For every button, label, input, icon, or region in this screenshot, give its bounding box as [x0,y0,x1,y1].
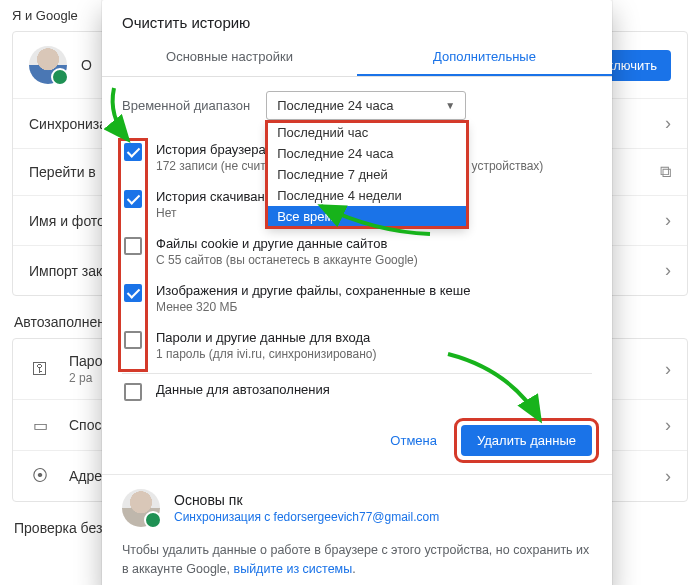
option-last-hour[interactable]: Последний час [267,122,467,143]
item-cache: Изображения и другие файлы, сохраненные … [122,275,592,322]
cancel-button[interactable]: Отмена [374,425,453,456]
footer-sync-status: Синхронизация с fedorsergeevich77@gmail.… [174,510,439,524]
dialog-actions: Отмена Удалить данные [102,409,612,474]
dialog-title: Очистить историю [102,0,612,37]
item-sub: Менее 320 МБ [156,300,470,314]
dialog-scrim: Очистить историю Основные настройки Допо… [0,0,700,585]
item-passwords: Пароли и другие данные для входа 1 парол… [122,322,592,369]
checkbox-download-history[interactable] [124,190,142,208]
item-autofill: Данные для автозаполнения [122,374,592,403]
footer-note-text-2: . [352,562,355,576]
checkbox-browsing-history[interactable] [124,143,142,161]
time-range-select[interactable]: Последние 24 часа ▼ Последний час Послед… [266,91,466,120]
tab-basic[interactable]: Основные настройки [102,37,357,76]
item-sub: 1 пароль (для ivi.ru, синхронизировано) [156,347,376,361]
item-cookies: Файлы cookie и другие данные сайтов С 55… [122,228,592,275]
item-title: Пароли и другие данные для входа [156,330,376,345]
time-range-label: Временной диапазон [122,98,250,113]
footer-avatar [122,489,160,527]
sign-out-link[interactable]: выйдите из системы [234,562,353,576]
time-range-dropdown: Последний час Последние 24 часа Последни… [267,122,467,227]
footer-note: Чтобы удалить данные о работе в браузере… [122,541,592,579]
checkbox-cache[interactable] [124,284,142,302]
option-last-4w[interactable]: Последние 4 недели [267,185,467,206]
item-title: Файлы cookie и другие данные сайтов [156,236,418,251]
clear-data-button[interactable]: Удалить данные [461,425,592,456]
checkbox-passwords[interactable] [124,331,142,349]
item-sub: С 55 сайтов (вы останетесь в аккаунте Go… [156,253,418,267]
dialog-tabs: Основные настройки Дополнительные [102,37,612,77]
clear-history-dialog: Очистить историю Основные настройки Допо… [102,0,612,585]
option-last-24h[interactable]: Последние 24 часа [267,143,467,164]
item-sub: Нет [156,206,279,220]
tab-advanced[interactable]: Дополнительные [357,37,612,76]
checkbox-autofill[interactable] [124,383,142,401]
time-range-value: Последние 24 часа [277,98,393,113]
caret-down-icon: ▼ [445,100,455,111]
dialog-footer: Основы пк Синхронизация с fedorsergeevic… [102,474,612,585]
item-title: Данные для автозаполнения [156,382,330,397]
item-title: История скачиваний [156,189,279,204]
option-last-7d[interactable]: Последние 7 дней [267,164,467,185]
footer-profile-name: Основы пк [174,492,439,508]
checkbox-cookies[interactable] [124,237,142,255]
item-title: Изображения и другие файлы, сохраненные … [156,283,470,298]
option-all-time[interactable]: Все время [267,206,467,227]
